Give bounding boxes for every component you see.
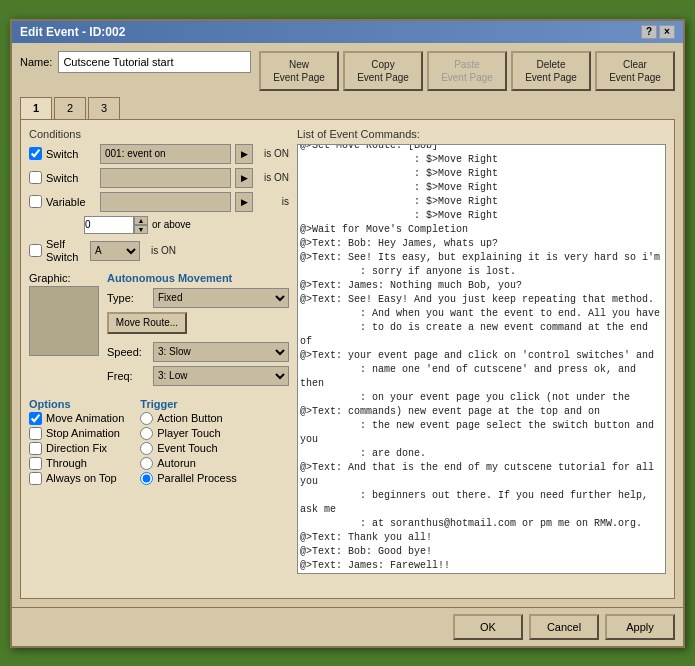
options-section: Options Move Animation Stop Animation Di… (29, 398, 124, 487)
spin-up[interactable]: ▲ (134, 216, 148, 225)
list-item: : to do is create a new event command at… (300, 321, 663, 349)
self-switch-row: SelfSwitch ABCD is ON (29, 238, 289, 264)
stop-animation-label: Stop Animation (46, 427, 120, 439)
name-input[interactable] (58, 51, 251, 73)
graphic-preview[interactable] (29, 286, 99, 356)
direction-fix-checkbox[interactable] (29, 442, 42, 455)
close-button[interactable]: × (659, 25, 675, 39)
conditions-title: Conditions (29, 128, 289, 140)
graphic-box: Graphic: (29, 272, 99, 390)
speed-combo[interactable]: 1: Slowest2: Slower3: Slow (153, 342, 289, 362)
tab-3[interactable]: 3 (88, 97, 120, 119)
freq-label: Freq: (107, 370, 149, 382)
trigger-player-touch: Player Touch (140, 427, 236, 440)
copy-event-page-button[interactable]: CopyEvent Page (343, 51, 423, 91)
list-item: @>Text: James: Farewell!! (300, 559, 663, 573)
dialog-title: Edit Event - ID:002 (20, 25, 125, 39)
self-switch-combo[interactable]: ABCD (90, 241, 140, 261)
event-list-title: List of Event Commands: (297, 128, 666, 140)
title-bar: Edit Event - ID:002 ? × (12, 21, 683, 43)
type-label: Type: (107, 292, 149, 304)
tab-2[interactable]: 2 (54, 97, 86, 119)
event-touch-label: Event Touch (157, 442, 217, 454)
trigger-parallel-process: Parallel Process (140, 472, 236, 485)
list-item: : name one 'end of cutscene' and press o… (300, 363, 663, 391)
new-event-page-button[interactable]: NewEvent Page (259, 51, 339, 91)
clear-event-page-button[interactable]: ClearEvent Page (595, 51, 675, 91)
action-button-label: Action Button (157, 412, 222, 424)
through-checkbox[interactable] (29, 457, 42, 470)
switch2-arrow[interactable]: ▶ (235, 168, 253, 188)
variable-arrow[interactable]: ▶ (235, 192, 253, 212)
list-item: : on your event page you click (not unde… (300, 391, 663, 405)
switch2-label: Switch (46, 172, 96, 184)
always-on-top-checkbox[interactable] (29, 472, 42, 485)
paste-event-page-button[interactable]: PasteEvent Page (427, 51, 507, 91)
parallel-process-radio[interactable] (140, 472, 153, 485)
list-item: : $>Move Right (300, 195, 663, 209)
action-button-radio[interactable] (140, 412, 153, 425)
self-switch-status: is ON (144, 245, 176, 256)
option-through: Through (29, 457, 124, 470)
self-switch-label: SelfSwitch (46, 238, 86, 264)
switch1-status: is ON (257, 148, 289, 159)
spin-down[interactable]: ▼ (134, 225, 148, 234)
trigger-action-button: Action Button (140, 412, 236, 425)
title-bar-buttons: ? × (641, 25, 675, 39)
options-title: Options (29, 398, 124, 410)
tab-1[interactable]: 1 (20, 97, 52, 119)
event-touch-radio[interactable] (140, 442, 153, 455)
graphic-section: Graphic: Autonomous Movement Type: Fixed… (29, 272, 289, 390)
self-switch-checkbox[interactable] (29, 244, 42, 257)
toolbar: NewEvent Page CopyEvent Page PasteEvent … (259, 51, 675, 91)
list-item: : $>Move Right (300, 153, 663, 167)
type-row: Type: FixedRandomApproachCustom (107, 288, 289, 308)
dialog-body: Name: NewEvent Page CopyEvent Page Paste… (12, 43, 683, 607)
list-item: @>Text: Thank you all! (300, 531, 663, 545)
switch1-label: Switch (46, 148, 96, 160)
option-move-animation: Move Animation (29, 412, 124, 425)
variable-checkbox[interactable] (29, 195, 42, 208)
ok-button[interactable]: OK (453, 614, 523, 640)
spin-input[interactable] (84, 216, 134, 234)
move-route-button[interactable]: Move Route... (107, 312, 187, 334)
switch1-arrow[interactable]: ▶ (235, 144, 253, 164)
switch2-status: is ON (257, 172, 289, 183)
freq-combo[interactable]: 1: Lowest2: Lower3: Low (153, 366, 289, 386)
autorun-radio[interactable] (140, 457, 153, 470)
spin-control: ▲ ▼ (84, 216, 148, 234)
trigger-autorun: Autorun (140, 457, 236, 470)
list-item: : at soranthus@hotmail.com or pm me on R… (300, 517, 663, 531)
switch2-checkbox[interactable] (29, 171, 42, 184)
left-panel: Conditions Switch 001: event on ▶ is ON … (29, 128, 289, 590)
event-list[interactable]: @>Set Move Route: [Bob] : $>Move Right :… (297, 144, 666, 574)
speed-row: Speed: 1: Slowest2: Slower3: Slow (107, 342, 289, 362)
variable-value[interactable] (100, 192, 231, 212)
parallel-process-label: Parallel Process (157, 472, 236, 484)
content-area: Conditions Switch 001: event on ▶ is ON … (20, 119, 675, 599)
list-item: @>Text: your event page and click on 'co… (300, 349, 663, 363)
move-animation-checkbox[interactable] (29, 412, 42, 425)
switch2-value[interactable] (100, 168, 231, 188)
edit-event-dialog: Edit Event - ID:002 ? × Name: NewEvent P… (10, 19, 685, 648)
help-button[interactable]: ? (641, 25, 657, 39)
cancel-button[interactable]: Cancel (529, 614, 599, 640)
list-item: : $>Move Right (300, 209, 663, 223)
type-combo[interactable]: FixedRandomApproachCustom (153, 288, 289, 308)
switch1-checkbox[interactable] (29, 147, 42, 160)
player-touch-radio[interactable] (140, 427, 153, 440)
list-item: @>Text: commands) new event page at the … (300, 405, 663, 419)
list-item: @>Text: Bob: Good bye! (300, 545, 663, 559)
bottom-columns: Options Move Animation Stop Animation Di… (29, 398, 289, 495)
switch1-value[interactable]: 001: event on (100, 144, 231, 164)
list-item: : $>Move Right (300, 167, 663, 181)
stop-animation-checkbox[interactable] (29, 427, 42, 440)
option-always-on-top: Always on Top (29, 472, 124, 485)
condition-switch1-row: Switch 001: event on ▶ is ON (29, 144, 289, 164)
autonomous-title: Autonomous Movement (107, 272, 289, 284)
trigger-event-touch: Event Touch (140, 442, 236, 455)
apply-button[interactable]: Apply (605, 614, 675, 640)
option-stop-animation: Stop Animation (29, 427, 124, 440)
list-item: : beginners out there. If you need furth… (300, 489, 663, 517)
delete-event-page-button[interactable]: DeleteEvent Page (511, 51, 591, 91)
